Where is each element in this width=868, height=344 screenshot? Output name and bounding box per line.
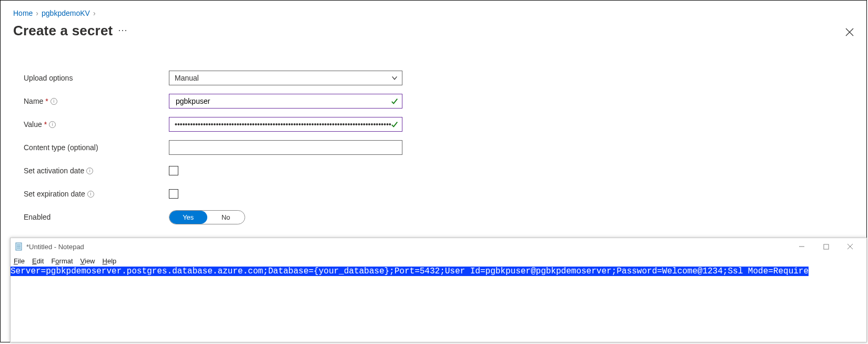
enabled-toggle[interactable]: Yes No — [169, 210, 245, 224]
content-type-input-field[interactable] — [175, 143, 397, 152]
expiration-date-checkbox[interactable] — [169, 189, 178, 199]
name-label: Name * i — [24, 97, 169, 105]
maximize-button[interactable] — [814, 239, 838, 254]
name-input[interactable] — [169, 94, 402, 109]
info-icon[interactable]: i — [51, 98, 57, 105]
required-asterisk: * — [45, 97, 48, 105]
enabled-label: Enabled — [24, 213, 169, 221]
close-blade-button[interactable] — [842, 25, 857, 40]
page-title: Create a secret — [13, 23, 113, 39]
breadcrumb-keyvault[interactable]: pgbkpdemoKV — [42, 9, 90, 17]
expiration-date-label: Set expiration date i — [24, 190, 169, 198]
menu-view[interactable]: View — [80, 257, 95, 265]
valid-check-icon — [391, 121, 398, 128]
minimize-button[interactable] — [790, 239, 814, 254]
breadcrumb-sep: › — [93, 9, 96, 17]
upload-options-value: Manual — [175, 74, 199, 82]
notepad-textarea[interactable]: Server=pgbkpdemoserver.postgres.database… — [11, 267, 866, 342]
more-actions-button[interactable]: ⋯ — [118, 24, 128, 38]
upload-options-label: Upload options — [24, 74, 169, 82]
breadcrumb: Home › pgbkpdemoKV › — [13, 6, 856, 21]
chevron-down-icon — [391, 74, 398, 82]
menu-help[interactable]: Help — [103, 257, 117, 265]
notepad-window: *Untitled - Notepad File Edit Format Vie… — [10, 238, 867, 342]
info-icon[interactable]: i — [87, 191, 94, 198]
breadcrumb-home[interactable]: Home — [13, 9, 33, 17]
info-icon[interactable]: i — [86, 168, 93, 174]
info-icon[interactable]: i — [49, 121, 56, 128]
notepad-menubar: File Edit Format View Help — [11, 255, 866, 267]
minimize-icon — [799, 243, 805, 250]
menu-edit[interactable]: Edit — [32, 257, 44, 265]
notepad-selected-text: Server=pgbkpdemoserver.postgres.database… — [11, 267, 809, 276]
maximize-icon — [823, 244, 829, 250]
value-input-masked: ••••••••••••••••••••••••••••••••••••••••… — [175, 120, 391, 129]
menu-format[interactable]: Format — [51, 257, 73, 265]
name-input-field[interactable] — [175, 96, 397, 106]
notepad-titlebar[interactable]: *Untitled - Notepad — [11, 238, 866, 255]
close-icon — [845, 28, 854, 36]
breadcrumb-sep: › — [36, 9, 38, 17]
value-input[interactable]: ••••••••••••••••••••••••••••••••••••••••… — [169, 117, 402, 132]
activation-date-checkbox[interactable] — [169, 166, 178, 175]
menu-file[interactable]: File — [14, 257, 25, 265]
activation-date-label: Set activation date i — [24, 166, 169, 175]
upload-options-select[interactable]: Manual — [169, 71, 402, 85]
enabled-toggle-yes[interactable]: Yes — [169, 211, 207, 224]
required-asterisk: * — [44, 120, 47, 129]
notepad-app-icon — [15, 242, 23, 251]
valid-check-icon — [391, 97, 398, 105]
content-type-input[interactable] — [169, 140, 402, 155]
svg-rect-7 — [823, 244, 828, 249]
enabled-toggle-no[interactable]: No — [207, 211, 245, 224]
close-window-button[interactable] — [838, 239, 862, 254]
notepad-title: *Untitled - Notepad — [26, 243, 84, 251]
value-label: Value * i — [24, 120, 169, 129]
close-icon — [847, 243, 853, 250]
content-type-label: Content type (optional) — [24, 143, 169, 152]
